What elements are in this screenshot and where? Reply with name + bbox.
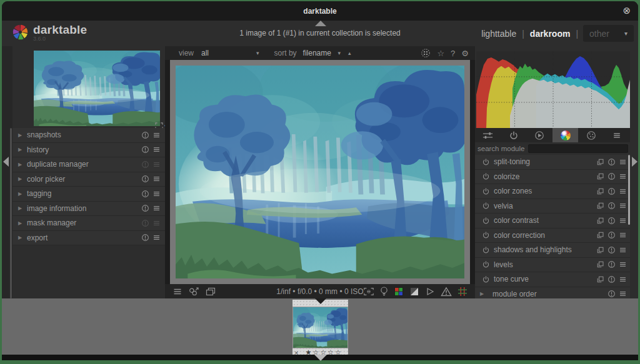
multi-instance-icon[interactable] — [596, 202, 604, 210]
section-image-information[interactable]: ▶ image information — [12, 202, 165, 217]
navigation-thumbnail[interactable] — [34, 51, 160, 126]
reset-icon[interactable] — [141, 190, 149, 198]
multi-instance-icon[interactable] — [596, 217, 604, 225]
section-duplicate-manager[interactable]: ▶ duplicate manager — [12, 157, 165, 172]
reset-icon[interactable] — [141, 219, 149, 227]
tab-color-group[interactable] — [552, 128, 578, 142]
multi-instance-icon[interactable] — [596, 275, 604, 283]
reset-icon[interactable] — [608, 231, 616, 239]
left-panel-collapse-arrow-icon[interactable] — [3, 157, 9, 167]
right-panel-scrollbar[interactable] — [628, 155, 630, 225]
module-levels[interactable]: levels — [475, 258, 630, 273]
presets-menu-icon[interactable] — [619, 275, 627, 283]
multi-instance-icon[interactable] — [596, 158, 604, 166]
multi-instance-icon[interactable] — [596, 187, 604, 195]
presets-menu-icon[interactable] — [619, 172, 627, 180]
reset-icon[interactable] — [608, 260, 616, 268]
gamut-check-icon[interactable] — [441, 287, 452, 297]
power-icon[interactable] — [482, 231, 490, 239]
section-snapshots[interactable]: ▶ snapshots — [12, 128, 165, 143]
module-split-toning[interactable]: split-toning — [475, 155, 630, 170]
power-icon[interactable] — [482, 158, 490, 166]
presets-menu-icon[interactable] — [152, 160, 161, 169]
section-color-picker[interactable]: ▶ color picker — [12, 172, 165, 187]
presets-menu-icon[interactable] — [619, 202, 627, 210]
bottom-panel-collapse-arrow-icon[interactable] — [314, 355, 327, 361]
preferences-gear-icon[interactable]: ⚙ — [461, 49, 469, 58]
multi-instance-icon[interactable] — [596, 246, 604, 254]
second-window-icon[interactable] — [205, 287, 216, 297]
histogram[interactable] — [476, 51, 630, 128]
left-panel-scrollbar[interactable] — [10, 128, 12, 298]
reset-icon[interactable] — [141, 234, 149, 242]
view-lighttable[interactable]: lighttable — [476, 29, 522, 39]
presets-menu-icon[interactable] — [619, 290, 627, 298]
presets-menu-icon[interactable] — [152, 145, 161, 154]
filmstrip-thumbnail[interactable]: × ★ ☆ ☆ ☆ ☆ — [292, 300, 348, 357]
power-icon[interactable] — [482, 217, 490, 225]
softproof-icon[interactable] — [425, 287, 435, 297]
presets-menu-icon[interactable] — [152, 175, 161, 183]
module-velvia[interactable]: velvia — [475, 199, 630, 214]
reset-icon[interactable] — [608, 246, 616, 254]
presets-menu-icon[interactable] — [152, 204, 161, 212]
close-icon[interactable]: ⊗ — [622, 5, 631, 16]
guide-lines-icon[interactable] — [458, 287, 468, 297]
section-tagging[interactable]: ▶ tagging — [12, 187, 165, 202]
power-icon[interactable] — [482, 260, 490, 268]
presets-menu-icon[interactable] — [152, 219, 161, 227]
tab-correct-group[interactable] — [578, 128, 604, 142]
presets-menu-icon[interactable] — [619, 217, 627, 225]
module-color-correction[interactable]: color correction — [475, 229, 630, 243]
reset-icon[interactable] — [608, 217, 616, 225]
reset-icon[interactable] — [141, 160, 149, 169]
search-module-input[interactable] — [528, 144, 628, 153]
reset-icon[interactable] — [608, 172, 616, 180]
power-icon[interactable] — [482, 187, 490, 195]
power-icon[interactable] — [482, 172, 490, 180]
view-filter-value[interactable]: all — [201, 49, 256, 57]
reset-icon[interactable] — [608, 158, 616, 166]
module-color-zones[interactable]: color zones — [475, 184, 630, 199]
reset-icon[interactable] — [608, 290, 616, 298]
presets-menu-icon[interactable] — [619, 187, 627, 195]
multi-instance-icon[interactable] — [596, 231, 604, 239]
filmstrip-collapse-handle[interactable] — [315, 298, 326, 304]
reset-icon[interactable] — [608, 275, 616, 283]
power-icon[interactable] — [482, 246, 490, 254]
grouping-icon[interactable] — [421, 48, 431, 58]
view-darkroom[interactable]: darkroom — [524, 29, 576, 39]
presets-menu-icon[interactable] — [619, 231, 627, 239]
clipping-warning-icon[interactable] — [409, 287, 419, 297]
right-panel-collapse-arrow-icon[interactable] — [632, 157, 638, 167]
section-mask-manager[interactable]: ▶ mask manager — [12, 216, 165, 231]
presets-menu-icon[interactable] — [152, 131, 161, 139]
section-history[interactable]: ▶ history — [12, 143, 165, 158]
sort-ascending-icon[interactable]: ▴ — [348, 50, 351, 56]
module-tone-curve[interactable]: tone curve — [475, 272, 630, 287]
focus-peaking-icon[interactable] — [363, 287, 374, 297]
color-assessment-bulb-icon[interactable] — [380, 286, 388, 297]
sort-value[interactable]: filename — [303, 49, 338, 57]
styles-icon[interactable] — [188, 287, 199, 297]
tab-presets-menu[interactable] — [604, 128, 630, 142]
view-other-dropdown[interactable]: other ▾ — [583, 25, 634, 42]
presets-menu-icon[interactable] — [619, 246, 627, 254]
multi-instance-icon[interactable] — [596, 172, 604, 180]
tab-enabled-modules[interactable] — [501, 128, 526, 142]
presets-menu-icon[interactable] — [619, 158, 627, 166]
reset-icon[interactable] — [608, 187, 616, 195]
filter-menu-icon[interactable] — [172, 287, 182, 297]
reset-icon[interactable] — [141, 131, 149, 139]
top-panel-collapse-handle[interactable] — [315, 21, 326, 26]
tab-basic-group[interactable] — [527, 128, 552, 142]
power-icon[interactable] — [482, 202, 490, 210]
presets-menu-icon[interactable] — [152, 234, 161, 242]
chevron-down-icon[interactable]: ▾ — [256, 50, 259, 56]
raw-overexposure-icon[interactable] — [394, 287, 404, 297]
help-icon[interactable]: ? — [451, 49, 455, 58]
presets-menu-icon[interactable] — [152, 190, 161, 198]
presets-menu-icon[interactable] — [619, 260, 627, 268]
overlays-star-icon[interactable]: ☆ — [437, 49, 444, 58]
reset-icon[interactable] — [141, 175, 149, 183]
